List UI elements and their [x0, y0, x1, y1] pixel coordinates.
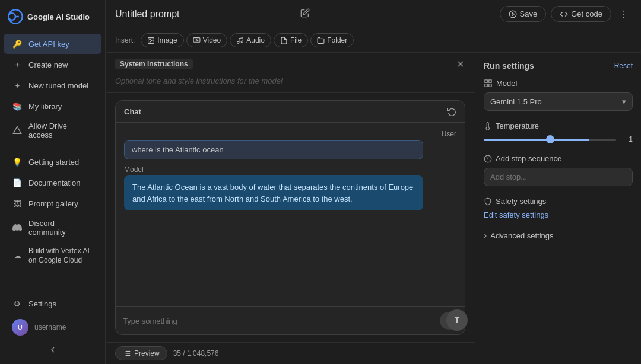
safety-section-label: Safety settings — [496, 197, 546, 206]
advanced-settings-section: › Advanced settings — [484, 230, 633, 241]
svg-marker-1 — [13, 126, 21, 133]
get-code-button[interactable]: Get code — [551, 6, 611, 22]
advanced-settings-header[interactable]: › Advanced settings — [484, 230, 633, 241]
page-title: Untitled prompt — [115, 9, 296, 20]
model-section: Model Gemini 1.5 Pro ▾ — [484, 79, 633, 111]
model-selected-value: Gemini 1.5 Pro — [490, 97, 542, 106]
google-logo-icon — [7, 8, 24, 25]
system-instructions-placeholder[interactable]: Optional tone and style instructions for… — [106, 74, 475, 92]
advanced-settings-label: Advanced settings — [490, 231, 553, 240]
user-message-container: User where is the Atlantic ocean — [124, 130, 456, 159]
stop-sequence-section-header: Add stop sequence — [484, 154, 633, 163]
temperature-slider-container: 1 — [484, 135, 633, 143]
preview-button[interactable]: Preview — [115, 346, 167, 360]
stop-sequence-input[interactable] — [484, 168, 633, 186]
svg-point-4 — [623, 17, 624, 18]
sidebar-item-prompt-gallery[interactable]: 🖼 Prompt gallery — [4, 193, 101, 213]
folder-icon — [317, 37, 325, 44]
reset-button[interactable]: Reset — [614, 62, 633, 70]
key-icon: 🔑 — [12, 39, 23, 49]
safety-settings-section: Safety settings Edit safety settings — [484, 197, 633, 219]
run-settings-panel: Run settings Reset Model Gemini 1.5 Pro — [475, 53, 641, 364]
svg-point-2 — [623, 10, 624, 11]
chat-box: Chat User where is the Atlantic ocean — [115, 100, 465, 335]
sidebar-item-get-api-key[interactable]: 🔑 Get API key — [4, 34, 101, 54]
sidebar-item-label: My library — [28, 102, 62, 111]
save-button[interactable]: Save — [500, 6, 547, 22]
chat-label: Chat — [124, 107, 141, 116]
temperature-section-label: Temperature — [496, 122, 539, 130]
audio-icon — [236, 37, 244, 44]
app-logo[interactable]: Google AI Studio — [0, 0, 105, 31]
prompt-area: System Instructions Optional tone and st… — [106, 53, 475, 364]
sidebar-item-user[interactable]: U username — [4, 314, 101, 340]
header: Untitled prompt Save Get code — [106, 0, 641, 28]
chat-input[interactable] — [123, 317, 435, 325]
stop-sequence-label: Add stop sequence — [496, 154, 561, 163]
preview-label: Preview — [134, 349, 160, 357]
svg-rect-21 — [489, 80, 491, 82]
more-icon — [618, 9, 629, 20]
avatar: U — [12, 319, 28, 336]
safety-settings-content: Edit safety settings — [484, 210, 633, 219]
bottom-bar: Preview 35 / 1,048,576 — [106, 342, 475, 364]
library-icon: 📚 — [12, 101, 23, 111]
sidebar-item-create-new[interactable]: ＋ Create new — [4, 55, 101, 75]
insert-label: Insert: — [115, 36, 135, 44]
collapse-sidebar-button[interactable] — [4, 341, 101, 358]
video-icon — [193, 37, 201, 44]
edit-title-icon[interactable] — [300, 8, 310, 20]
svg-point-9 — [237, 41, 239, 43]
model-section-label: Model — [496, 79, 517, 88]
chevron-right-icon: › — [484, 230, 487, 241]
stop-sequence-section: Add stop sequence — [484, 154, 633, 186]
sidebar-item-documentation[interactable]: 📄 Documentation — [4, 173, 101, 193]
sidebar-item-build-vertex[interactable]: ☁ Build with Vertex AI on Google Cloud — [4, 242, 101, 270]
chat-input-area — [116, 306, 465, 334]
model-section-header: Model — [484, 79, 633, 88]
chevron-left-icon — [48, 345, 58, 355]
system-instructions-section: System Instructions Optional tone and st… — [106, 53, 475, 93]
more-options-button[interactable] — [616, 7, 632, 22]
insert-audio-button[interactable]: Audio — [230, 33, 271, 47]
sidebar-item-settings[interactable]: ⚙ Settings — [4, 293, 101, 314]
safety-icon — [484, 197, 492, 206]
sidebar-bottom: ⚙ Settings U username — [0, 288, 105, 364]
sidebar-item-label: Build with Vertex AI on Google Cloud — [28, 247, 93, 265]
sidebar-item-getting-started[interactable]: 💡 Getting started — [4, 152, 101, 172]
float-action-button[interactable]: T — [446, 309, 468, 331]
run-settings-title: Run settings — [484, 61, 534, 71]
image-icon — [147, 37, 155, 44]
settings-icon: ⚙ — [12, 298, 23, 309]
model-icon — [484, 79, 493, 88]
chevron-down-icon: ▾ — [622, 97, 626, 106]
system-instructions-header: System Instructions — [106, 53, 475, 74]
temperature-slider[interactable] — [484, 139, 616, 141]
sidebar-item-my-library[interactable]: 📚 My library — [4, 96, 101, 116]
sidebar-item-allow-drive-access[interactable]: Allow Drive access — [4, 117, 101, 144]
insert-video-button[interactable]: Video — [186, 33, 227, 47]
safety-settings-header: Safety settings — [484, 197, 633, 206]
list-icon — [123, 349, 131, 357]
insert-image-button[interactable]: Image — [141, 33, 183, 47]
model-select-button[interactable]: Gemini 1.5 Pro ▾ — [484, 92, 633, 111]
svg-rect-23 — [485, 84, 487, 87]
svg-point-6 — [150, 39, 151, 40]
edit-safety-settings-link[interactable]: Edit safety settings — [484, 210, 633, 219]
insert-file-button[interactable]: File — [274, 33, 308, 47]
insert-folder-button[interactable]: Folder — [310, 33, 354, 47]
main-content: Untitled prompt Save Get code — [106, 0, 641, 364]
sidebar-item-discord-community[interactable]: Discord community — [4, 214, 101, 241]
system-instructions-close-button[interactable] — [456, 59, 465, 69]
lightbulb-icon: 💡 — [12, 157, 23, 167]
sidebar-item-label: Discord community — [28, 219, 93, 237]
sidebar-item-new-tuned-model[interactable]: ✦ New tuned model — [4, 75, 101, 95]
svg-point-3 — [623, 13, 624, 14]
temperature-value: 1 — [621, 135, 633, 143]
cloud-icon: ☁ — [12, 251, 23, 261]
doc-icon: 📄 — [12, 177, 23, 188]
gallery-icon: 🖼 — [12, 198, 23, 209]
chat-reset-button[interactable] — [447, 107, 456, 116]
model-label: Model — [124, 165, 456, 174]
sidebar-divider-1 — [6, 148, 99, 148]
